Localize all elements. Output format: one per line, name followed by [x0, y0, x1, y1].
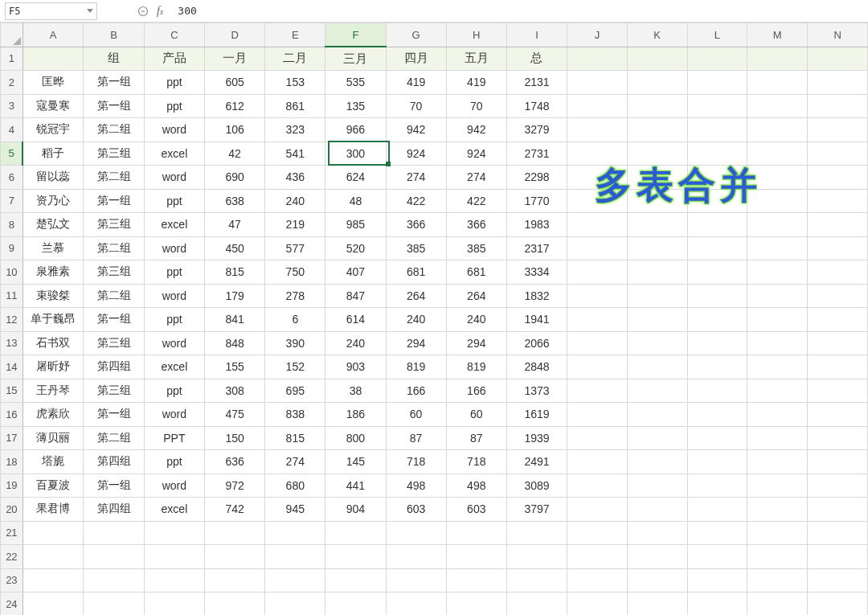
cell-H19[interactable]: 498	[446, 474, 506, 498]
name-box-dropdown-icon[interactable]	[87, 9, 93, 13]
cell-I18[interactable]: 2491	[506, 450, 567, 474]
cell-E14[interactable]: 152	[265, 355, 326, 379]
cell-L17[interactable]	[687, 426, 747, 450]
col-header-J[interactable]: J	[567, 23, 628, 47]
cell-I9[interactable]: 2317	[506, 236, 567, 260]
cell-G2[interactable]: 419	[386, 71, 446, 95]
cell-A17[interactable]: 薄贝丽	[23, 426, 84, 450]
cell-J11[interactable]	[567, 284, 628, 308]
cell-F2[interactable]: 535	[326, 71, 386, 95]
cell-M20[interactable]	[747, 498, 808, 522]
cell-H11[interactable]: 264	[446, 284, 506, 308]
cell-M10[interactable]	[747, 260, 808, 285]
cell-L24[interactable]	[687, 592, 747, 616]
cell-E22[interactable]	[265, 545, 326, 569]
cell-L18[interactable]	[687, 450, 747, 474]
cell-M19[interactable]	[747, 474, 808, 498]
cell-N16[interactable]	[808, 403, 868, 427]
cell-E17[interactable]: 815	[265, 426, 326, 450]
row-header-7[interactable]: 7	[1, 189, 23, 213]
row-header-12[interactable]: 12	[1, 308, 23, 332]
cell-N5[interactable]	[808, 141, 868, 166]
cell-L4[interactable]	[687, 118, 747, 142]
cancel-formula-icon[interactable]	[137, 6, 149, 17]
cell-A8[interactable]: 楚弘文	[23, 213, 84, 237]
col-header-N[interactable]: N	[808, 23, 868, 47]
cell-G6[interactable]: 274	[386, 166, 446, 190]
cell-L6[interactable]	[687, 166, 747, 190]
cell-K3[interactable]	[627, 94, 687, 118]
cell-B1[interactable]: 组	[84, 47, 144, 71]
cell-H10[interactable]: 681	[446, 260, 506, 285]
cell-K16[interactable]	[627, 403, 687, 427]
cell-G16[interactable]: 60	[386, 403, 446, 427]
cell-J18[interactable]	[567, 450, 628, 474]
cell-H1[interactable]: 五月	[446, 47, 506, 71]
cell-L8[interactable]	[687, 213, 747, 237]
cell-M6[interactable]	[747, 166, 808, 190]
cell-K15[interactable]	[627, 379, 687, 403]
cell-H13[interactable]: 294	[446, 331, 506, 355]
cell-M3[interactable]	[747, 94, 808, 118]
cell-B21[interactable]	[84, 521, 144, 545]
cell-J21[interactable]	[567, 521, 628, 545]
cell-D20[interactable]: 742	[205, 498, 265, 522]
cell-E12[interactable]: 6	[265, 308, 326, 332]
cell-K7[interactable]	[627, 189, 687, 213]
row-header-21[interactable]: 21	[1, 521, 23, 545]
cell-M15[interactable]	[747, 379, 808, 403]
row-header-23[interactable]: 23	[1, 568, 23, 592]
row-header-9[interactable]: 9	[1, 236, 23, 260]
cell-E18[interactable]: 274	[265, 450, 326, 474]
cell-I5[interactable]: 2731	[506, 141, 567, 166]
cell-M21[interactable]	[747, 521, 808, 545]
cell-E23[interactable]	[265, 568, 326, 592]
cell-N6[interactable]	[808, 166, 868, 190]
cell-N15[interactable]	[808, 379, 868, 403]
cell-A20[interactable]: 果君博	[23, 498, 84, 522]
cell-D4[interactable]: 106	[205, 118, 265, 142]
row-header-5[interactable]: 5	[1, 141, 23, 166]
cell-N12[interactable]	[808, 308, 868, 332]
cell-E24[interactable]	[265, 592, 326, 616]
cell-D21[interactable]	[205, 521, 265, 545]
cell-B10[interactable]: 第三组	[84, 260, 144, 285]
col-header-K[interactable]: K	[627, 23, 687, 47]
cell-E20[interactable]: 945	[265, 498, 326, 522]
cell-J13[interactable]	[567, 331, 628, 355]
cell-G12[interactable]: 240	[386, 308, 446, 332]
cell-M16[interactable]	[747, 403, 808, 427]
cell-H2[interactable]: 419	[446, 71, 506, 95]
cell-K6[interactable]	[627, 166, 687, 190]
cell-F11[interactable]: 847	[326, 284, 386, 308]
row-header-6[interactable]: 6	[1, 166, 23, 190]
cell-C6[interactable]: word	[144, 166, 204, 190]
formula-input[interactable]: 300	[178, 5, 196, 17]
cell-D2[interactable]: 605	[205, 71, 265, 95]
cell-N17[interactable]	[808, 426, 868, 450]
cell-J24[interactable]	[567, 592, 628, 616]
cell-E13[interactable]: 390	[265, 331, 326, 355]
cell-D11[interactable]: 179	[205, 284, 265, 308]
cell-E15[interactable]: 695	[265, 379, 326, 403]
cell-L15[interactable]	[687, 379, 747, 403]
cell-A12[interactable]: 单于巍昂	[23, 308, 84, 332]
cell-L1[interactable]	[687, 47, 747, 71]
cell-E4[interactable]: 323	[265, 118, 326, 142]
cell-B6[interactable]: 第二组	[84, 166, 144, 190]
cell-M13[interactable]	[747, 331, 808, 355]
cell-G9[interactable]: 385	[386, 236, 446, 260]
cell-F8[interactable]: 985	[326, 213, 386, 237]
row-header-24[interactable]: 24	[1, 592, 23, 616]
cell-D16[interactable]: 475	[205, 403, 265, 427]
cell-B5[interactable]: 第三组	[84, 141, 144, 166]
cell-K5[interactable]	[627, 141, 687, 166]
cell-A4[interactable]: 锐冠宇	[23, 118, 84, 142]
cell-I21[interactable]	[506, 521, 567, 545]
cell-A7[interactable]: 资乃心	[23, 189, 84, 213]
cell-F17[interactable]: 800	[326, 426, 386, 450]
cell-E10[interactable]: 750	[265, 260, 326, 285]
cell-A13[interactable]: 石书双	[23, 331, 84, 355]
cell-G1[interactable]: 四月	[386, 47, 446, 71]
row-header-8[interactable]: 8	[1, 213, 23, 237]
